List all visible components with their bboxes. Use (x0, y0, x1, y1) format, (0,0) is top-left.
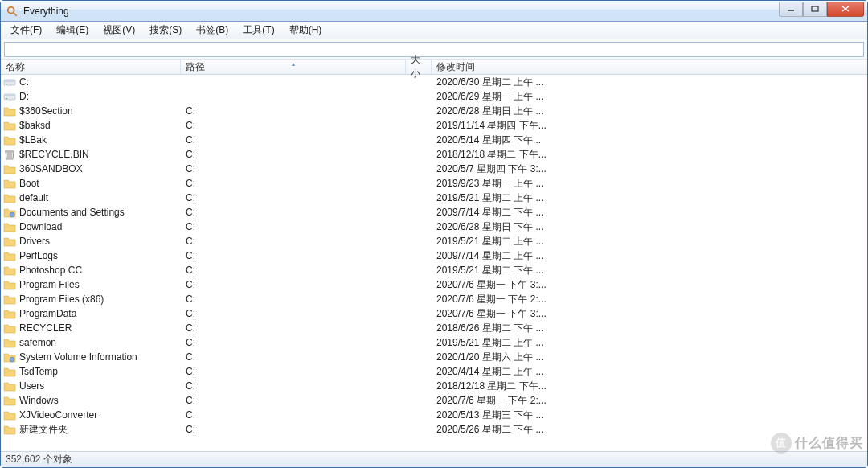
cell-name: Photoshop CC (1, 264, 181, 277)
table-row[interactable]: $RECYCLE.BINC:2018/12/18 星期二 下午... (1, 147, 867, 162)
file-name: System Volume Information (19, 351, 137, 363)
cell-name: System Volume Information (1, 351, 181, 363)
table-row[interactable]: ProgramDataC:2020/7/6 星期一 下午 3:... (1, 306, 867, 321)
drive-icon (3, 90, 16, 103)
cell-name: D: (1, 90, 181, 103)
table-row[interactable]: C:2020/6/30 星期二 上午 ... (1, 75, 867, 89)
file-list[interactable]: C:2020/6/30 星期二 上午 ...D:2020/6/29 星期一 上午… (1, 75, 867, 451)
cell-name: $baksd (1, 119, 181, 132)
file-name: C: (19, 76, 29, 88)
table-row[interactable]: 360SANDBOXC:2020/5/7 星期四 下午 3:... (1, 162, 867, 176)
file-name: ProgramData (19, 308, 76, 319)
table-row[interactable]: $LBakC:2020/5/14 星期四 下午... (1, 133, 867, 147)
cell-path: C: (181, 149, 406, 160)
menu-bookmarks[interactable]: 书签(B) (190, 22, 235, 39)
table-row[interactable]: UsersC:2018/12/18 星期二 下午... (1, 379, 867, 393)
column-path-label: 路径 (186, 60, 205, 74)
bin-icon (3, 148, 16, 161)
cell-name: 新建文件夹 (1, 423, 181, 437)
cell-name: ProgramData (1, 307, 181, 320)
svg-point-16 (10, 212, 14, 217)
cell-name: Program Files (1, 278, 181, 291)
folder-icon (3, 394, 16, 407)
menu-edit[interactable]: 编辑(E) (50, 22, 95, 39)
cell-name: safemon (1, 336, 181, 349)
file-name: safemon (19, 337, 56, 348)
cell-date: 2018/12/18 星期二 下午... (432, 148, 867, 162)
folder-icon (3, 105, 16, 117)
file-name: $RECYCLE.BIN (19, 149, 89, 160)
table-row[interactable]: BootC:2019/9/23 星期一 上午 ... (1, 176, 867, 191)
cell-name: Documents and Settings (1, 206, 181, 219)
table-row[interactable]: D:2020/6/29 星期一 上午 ... (1, 89, 867, 104)
file-name: Photoshop CC (19, 265, 82, 276)
table-row[interactable]: Program FilesC:2020/7/6 星期一 下午 3:... (1, 277, 867, 292)
column-size-label: 大小 (411, 53, 426, 80)
svg-rect-3 (812, 6, 818, 11)
minimize-button[interactable] (779, 2, 803, 17)
cell-date: 2020/5/13 星期三 下午 ... (432, 408, 867, 422)
folder-icon (3, 191, 16, 204)
table-row[interactable]: WindowsC:2020/7/6 星期一 下午 2:... (1, 393, 867, 408)
folder-icon (3, 249, 16, 262)
cell-date: 2020/6/29 星期一 上午 ... (432, 90, 867, 104)
cell-path: C: (181, 337, 406, 348)
menu-search[interactable]: 搜索(S) (143, 22, 188, 39)
cell-name: XJVideoConverter (1, 408, 181, 421)
file-name: $360Section (19, 105, 73, 117)
folder-icon (3, 423, 16, 436)
cell-date: 2020/7/6 星期一 下午 3:... (432, 307, 867, 321)
cell-path: C: (181, 279, 406, 290)
file-name: Drivers (19, 236, 50, 247)
cell-date: 2009/7/14 星期二 上午 ... (432, 249, 867, 263)
cell-name: $360Section (1, 105, 181, 117)
file-name: Program Files (x86) (19, 294, 104, 305)
table-row[interactable]: defaultC:2019/5/21 星期二 上午 ... (1, 191, 867, 205)
cell-date: 2019/5/21 星期二 上午 ... (432, 191, 867, 205)
cell-name: default (1, 191, 181, 204)
column-name[interactable]: 名称 (1, 60, 181, 74)
close-button[interactable] (827, 2, 864, 17)
menu-tools[interactable]: 工具(T) (236, 22, 280, 39)
table-row[interactable]: DownloadC:2020/6/28 星期日 下午 ... (1, 220, 867, 234)
file-name: Windows (19, 395, 59, 406)
svg-rect-11 (4, 94, 15, 96)
search-input[interactable] (4, 42, 864, 57)
file-name: PerfLogs (19, 250, 58, 261)
cell-name: Program Files (x86) (1, 293, 181, 306)
table-row[interactable]: RECYCLERC:2018/6/26 星期二 下午 ... (1, 321, 867, 335)
cell-name: $RECYCLE.BIN (1, 148, 181, 161)
svg-rect-7 (6, 84, 7, 84)
column-name-label: 名称 (6, 60, 25, 74)
table-row[interactable]: Documents and SettingsC:2009/7/14 星期二 下午… (1, 205, 867, 220)
cell-path: C: (181, 221, 406, 232)
table-row[interactable]: TsdTempC:2020/4/14 星期二 上午 ... (1, 364, 867, 379)
search-bar (1, 39, 867, 59)
file-name: XJVideoConverter (19, 409, 97, 421)
table-row[interactable]: Program Files (x86)C:2020/7/6 星期一 下午 2:.… (1, 292, 867, 306)
file-name: Download (19, 221, 62, 232)
table-row[interactable]: Photoshop CCC:2019/5/21 星期二 下午 ... (1, 263, 867, 277)
file-name: Documents and Settings (19, 207, 125, 218)
table-row[interactable]: safemonC:2019/5/21 星期二 上午 ... (1, 335, 867, 350)
table-row[interactable]: $360SectionC:2020/6/28 星期日 上午 ... (1, 104, 867, 118)
column-size[interactable]: 大小 (406, 60, 432, 74)
cell-path: C: (181, 120, 406, 131)
title-bar[interactable]: Everything (1, 1, 867, 22)
column-date[interactable]: 修改时间 (432, 60, 867, 74)
menu-help[interactable]: 帮助(H) (283, 22, 329, 39)
table-row[interactable]: 新建文件夹C:2020/5/26 星期二 下午 ... (1, 422, 867, 437)
cell-name: Download (1, 220, 181, 233)
maximize-button[interactable] (803, 2, 827, 17)
cell-path: C: (181, 294, 406, 305)
column-path[interactable]: 路径 ▴ (181, 60, 406, 74)
table-row[interactable]: DriversC:2019/5/21 星期二 上午 ... (1, 234, 867, 248)
file-name: Users (19, 380, 44, 392)
table-row[interactable]: PerfLogsC:2009/7/14 星期二 上午 ... (1, 248, 867, 263)
table-row[interactable]: System Volume InformationC:2020/1/20 星期六… (1, 350, 867, 364)
table-row[interactable]: XJVideoConverterC:2020/5/13 星期三 下午 ... (1, 408, 867, 422)
menu-view[interactable]: 视图(V) (96, 22, 141, 39)
cell-path: C: (181, 351, 406, 363)
table-row[interactable]: $baksdC:2019/11/14 星期四 下午... (1, 118, 867, 133)
menu-file[interactable]: 文件(F) (4, 22, 48, 39)
